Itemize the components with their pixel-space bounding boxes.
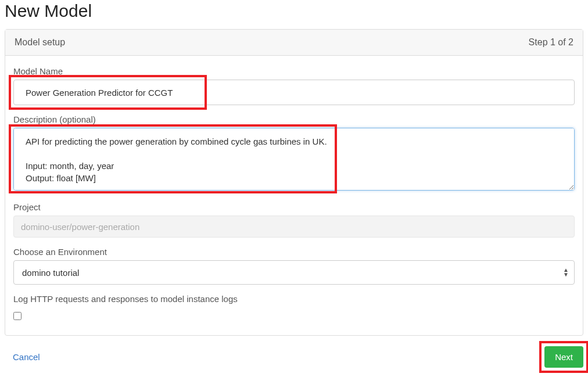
environment-label: Choose an Environment: [13, 247, 575, 257]
wizard-header: Model setup Step 1 of 2: [5, 30, 583, 56]
environment-select[interactable]: domino tutorial: [13, 260, 575, 285]
project-label: Project: [13, 202, 575, 212]
wizard-footer: Cancel Next: [0, 336, 588, 375]
model-name-label: Model Name: [13, 66, 575, 76]
wizard-card: Model setup Step 1 of 2 Model Name Descr…: [5, 29, 583, 336]
model-name-group: Model Name: [13, 66, 575, 105]
description-group: Description (optional) API for predictin…: [13, 114, 575, 193]
environment-group: Choose an Environment domino tutorial ▲▼: [13, 247, 575, 285]
description-textarea[interactable]: API for predicting the power generation …: [13, 128, 575, 191]
log-http-group: Log HTTP requests and responses to model…: [13, 294, 575, 322]
description-label: Description (optional): [13, 114, 575, 124]
next-button[interactable]: Next: [544, 346, 583, 368]
cancel-button[interactable]: Cancel: [13, 352, 40, 362]
panel-title: Model setup: [15, 37, 65, 48]
page-title: New Model: [0, 0, 588, 29]
wizard-body: Model Name Description (optional) API fo…: [5, 56, 583, 335]
log-http-label: Log HTTP requests and responses to model…: [13, 294, 575, 304]
step-indicator: Step 1 of 2: [529, 37, 573, 48]
project-group: Project: [13, 202, 575, 238]
model-name-input[interactable]: [13, 80, 575, 105]
project-input: [13, 216, 575, 238]
log-http-checkbox[interactable]: [13, 312, 21, 320]
